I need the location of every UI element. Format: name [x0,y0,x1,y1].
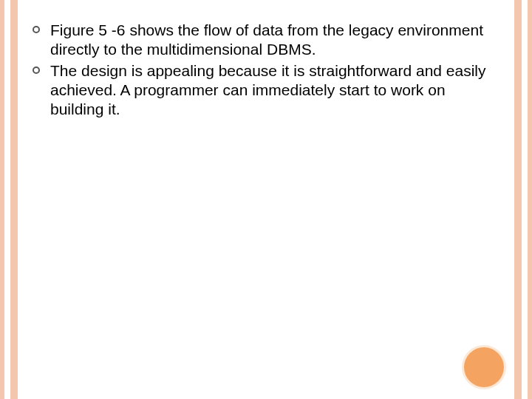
slide: Figure 5 -6 shows the flow of data from … [0,0,532,399]
right-stripe-inner [514,0,522,399]
list-item: Figure 5 -6 shows the flow of data from … [33,21,499,60]
bullet-circle-icon [33,66,40,74]
bullet-text: The design is appealing because it is st… [50,61,499,120]
bullet-circle-icon [33,26,40,33]
right-stripe-outer [528,0,532,399]
list-item: The design is appealing because it is st… [33,61,499,120]
bullet-text: Figure 5 -6 shows the flow of data from … [50,21,499,60]
accent-circle-icon [464,347,504,387]
left-stripe-outer [0,0,4,399]
content-area: Figure 5 -6 shows the flow of data from … [33,21,499,120]
left-stripe-inner [10,0,18,399]
